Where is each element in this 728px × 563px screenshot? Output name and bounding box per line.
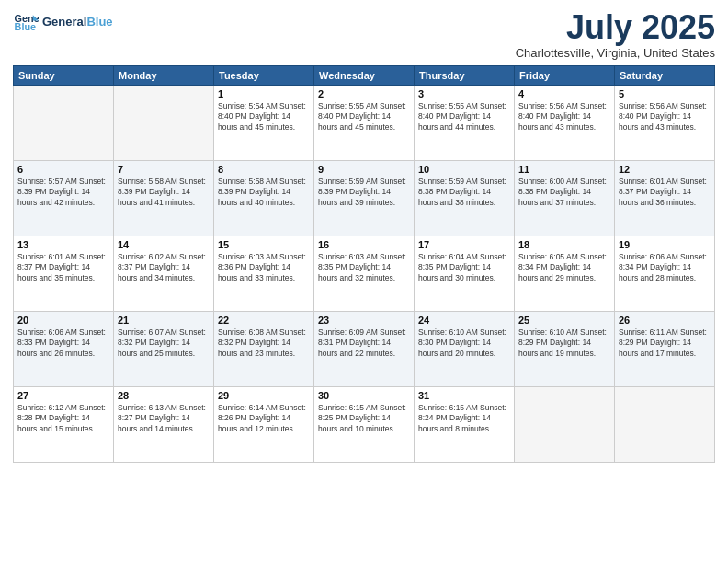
day-number: 9 — [318, 164, 410, 175]
day-info: Sunrise: 6:05 AM Sunset: 8:34 PM Dayligh… — [518, 252, 610, 285]
day-number: 22 — [218, 315, 310, 326]
table-row: 22Sunrise: 6:08 AM Sunset: 8:32 PM Dayli… — [214, 311, 314, 386]
day-number: 1 — [218, 88, 310, 99]
table-row: 14Sunrise: 6:02 AM Sunset: 8:37 PM Dayli… — [114, 236, 214, 311]
table-row: 10Sunrise: 5:59 AM Sunset: 8:38 PM Dayli… — [415, 160, 515, 236]
day-info: Sunrise: 6:02 AM Sunset: 8:37 PM Dayligh… — [118, 252, 210, 285]
calendar-header-row: Sunday Monday Tuesday Wednesday Thursday… — [14, 65, 715, 85]
location: Charlottesville, Virginia, United States — [516, 46, 715, 60]
day-info: Sunrise: 6:01 AM Sunset: 8:37 PM Dayligh… — [619, 177, 711, 210]
day-info: Sunrise: 6:13 AM Sunset: 8:27 PM Dayligh… — [118, 403, 210, 436]
table-row: 17Sunrise: 6:04 AM Sunset: 8:35 PM Dayli… — [415, 236, 515, 311]
day-number: 26 — [619, 315, 711, 326]
table-row: 19Sunrise: 6:06 AM Sunset: 8:34 PM Dayli… — [615, 236, 715, 311]
table-row: 26Sunrise: 6:11 AM Sunset: 8:29 PM Dayli… — [615, 311, 715, 386]
col-friday: Friday — [515, 65, 615, 85]
calendar-week-row: 6Sunrise: 5:57 AM Sunset: 8:39 PM Daylig… — [14, 160, 715, 236]
col-saturday: Saturday — [615, 65, 715, 85]
svg-text:Blue: Blue — [15, 21, 37, 32]
day-info: Sunrise: 6:06 AM Sunset: 8:33 PM Dayligh… — [17, 327, 109, 361]
table-row: 23Sunrise: 6:09 AM Sunset: 8:31 PM Dayli… — [314, 311, 415, 386]
month-title: July 2025 — [516, 9, 715, 46]
col-sunday: Sunday — [14, 65, 114, 85]
table-row: 1Sunrise: 5:54 AM Sunset: 8:40 PM Daylig… — [214, 85, 314, 160]
table-row: 29Sunrise: 6:14 AM Sunset: 8:26 PM Dayli… — [214, 386, 314, 462]
day-info: Sunrise: 5:55 AM Sunset: 8:40 PM Dayligh… — [318, 101, 410, 134]
page: General Blue GeneralBlue July 2025 Charl… — [0, 0, 728, 563]
table-row: 8Sunrise: 5:58 AM Sunset: 8:39 PM Daylig… — [214, 160, 314, 236]
table-row: 31Sunrise: 6:15 AM Sunset: 8:24 PM Dayli… — [415, 386, 515, 462]
col-monday: Monday — [114, 65, 214, 85]
table-row: 21Sunrise: 6:07 AM Sunset: 8:32 PM Dayli… — [114, 311, 214, 386]
title-area: July 2025 Charlottesville, Virginia, Uni… — [516, 9, 715, 60]
table-row: 5Sunrise: 5:56 AM Sunset: 8:40 PM Daylig… — [615, 85, 715, 160]
day-info: Sunrise: 5:59 AM Sunset: 8:39 PM Dayligh… — [318, 177, 410, 210]
day-info: Sunrise: 6:15 AM Sunset: 8:24 PM Dayligh… — [418, 403, 510, 436]
day-info: Sunrise: 5:56 AM Sunset: 8:40 PM Dayligh… — [518, 101, 610, 134]
calendar-week-row: 20Sunrise: 6:06 AM Sunset: 8:33 PM Dayli… — [14, 311, 715, 386]
table-row: 15Sunrise: 6:03 AM Sunset: 8:36 PM Dayli… — [214, 236, 314, 311]
day-info: Sunrise: 6:14 AM Sunset: 8:26 PM Dayligh… — [218, 403, 310, 436]
day-number: 31 — [418, 390, 510, 401]
day-number: 4 — [518, 88, 610, 99]
day-info: Sunrise: 5:57 AM Sunset: 8:39 PM Dayligh… — [17, 177, 109, 210]
day-number: 14 — [118, 239, 210, 250]
col-wednesday: Wednesday — [314, 65, 415, 85]
table-row: 25Sunrise: 6:10 AM Sunset: 8:29 PM Dayli… — [515, 311, 615, 386]
calendar-week-row: 27Sunrise: 6:12 AM Sunset: 8:28 PM Dayli… — [14, 386, 715, 462]
day-number: 11 — [518, 164, 610, 175]
day-info: Sunrise: 5:58 AM Sunset: 8:39 PM Dayligh… — [118, 177, 210, 210]
table-row: 20Sunrise: 6:06 AM Sunset: 8:33 PM Dayli… — [14, 311, 114, 386]
day-number: 5 — [619, 88, 711, 99]
day-number: 10 — [418, 164, 510, 175]
day-info: Sunrise: 6:09 AM Sunset: 8:31 PM Dayligh… — [318, 327, 410, 361]
table-row: 7Sunrise: 5:58 AM Sunset: 8:39 PM Daylig… — [114, 160, 214, 236]
day-number: 24 — [418, 315, 510, 326]
table-row: 3Sunrise: 5:55 AM Sunset: 8:40 PM Daylig… — [415, 85, 515, 160]
logo-text: GeneralBlue — [42, 15, 113, 29]
table-row — [14, 85, 114, 160]
table-row — [615, 386, 715, 462]
day-info: Sunrise: 6:01 AM Sunset: 8:37 PM Dayligh… — [17, 252, 109, 285]
day-number: 30 — [318, 390, 410, 401]
day-number: 13 — [17, 239, 109, 250]
day-info: Sunrise: 6:00 AM Sunset: 8:38 PM Dayligh… — [518, 177, 610, 210]
day-info: Sunrise: 6:15 AM Sunset: 8:25 PM Dayligh… — [318, 403, 410, 436]
day-number: 25 — [518, 315, 610, 326]
day-info: Sunrise: 6:07 AM Sunset: 8:32 PM Dayligh… — [118, 327, 210, 361]
day-info: Sunrise: 5:54 AM Sunset: 8:40 PM Dayligh… — [218, 101, 310, 134]
col-thursday: Thursday — [415, 65, 515, 85]
calendar-table: Sunday Monday Tuesday Wednesday Thursday… — [13, 65, 715, 463]
day-info: Sunrise: 6:06 AM Sunset: 8:34 PM Dayligh… — [619, 252, 711, 285]
table-row: 12Sunrise: 6:01 AM Sunset: 8:37 PM Dayli… — [615, 160, 715, 236]
day-info: Sunrise: 6:04 AM Sunset: 8:35 PM Dayligh… — [418, 252, 510, 285]
day-number: 20 — [17, 315, 109, 326]
day-info: Sunrise: 5:59 AM Sunset: 8:38 PM Dayligh… — [418, 177, 510, 210]
calendar-week-row: 1Sunrise: 5:54 AM Sunset: 8:40 PM Daylig… — [14, 85, 715, 160]
header: General Blue GeneralBlue July 2025 Charl… — [13, 9, 715, 60]
table-row: 6Sunrise: 5:57 AM Sunset: 8:39 PM Daylig… — [14, 160, 114, 236]
day-number: 29 — [218, 390, 310, 401]
day-info: Sunrise: 6:11 AM Sunset: 8:29 PM Dayligh… — [619, 327, 711, 361]
day-number: 6 — [17, 164, 109, 175]
day-number: 19 — [619, 239, 711, 250]
calendar-week-row: 13Sunrise: 6:01 AM Sunset: 8:37 PM Dayli… — [14, 236, 715, 311]
day-info: Sunrise: 5:55 AM Sunset: 8:40 PM Dayligh… — [418, 101, 510, 134]
table-row: 24Sunrise: 6:10 AM Sunset: 8:30 PM Dayli… — [415, 311, 515, 386]
day-info: Sunrise: 6:03 AM Sunset: 8:35 PM Dayligh… — [318, 252, 410, 285]
day-number: 12 — [619, 164, 711, 175]
table-row: 2Sunrise: 5:55 AM Sunset: 8:40 PM Daylig… — [314, 85, 415, 160]
logo: General Blue GeneralBlue — [13, 9, 113, 35]
day-info: Sunrise: 6:10 AM Sunset: 8:29 PM Dayligh… — [518, 327, 610, 361]
day-info: Sunrise: 6:12 AM Sunset: 8:28 PM Dayligh… — [17, 403, 109, 436]
day-info: Sunrise: 6:03 AM Sunset: 8:36 PM Dayligh… — [218, 252, 310, 285]
table-row — [515, 386, 615, 462]
day-number: 8 — [218, 164, 310, 175]
day-number: 15 — [218, 239, 310, 250]
logo-icon: General Blue — [13, 9, 39, 35]
table-row: 9Sunrise: 5:59 AM Sunset: 8:39 PM Daylig… — [314, 160, 415, 236]
day-number: 3 — [418, 88, 510, 99]
day-number: 17 — [418, 239, 510, 250]
table-row: 28Sunrise: 6:13 AM Sunset: 8:27 PM Dayli… — [114, 386, 214, 462]
day-info: Sunrise: 5:56 AM Sunset: 8:40 PM Dayligh… — [619, 101, 711, 134]
